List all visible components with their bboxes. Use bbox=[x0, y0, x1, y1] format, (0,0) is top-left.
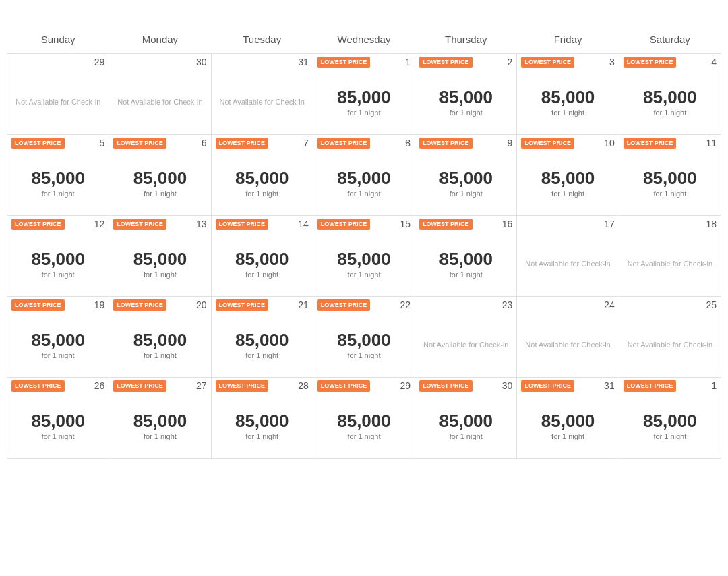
calendar-cell[interactable]: LOWEST PRICE1585,000for 1 night bbox=[313, 216, 415, 297]
day-number: 30 bbox=[193, 57, 207, 67]
calendar-week-2: LOWEST PRICE585,000for 1 nightLOWEST PRI… bbox=[7, 135, 721, 216]
weekday-header-saturday: Saturday bbox=[619, 27, 721, 54]
price-amount: 85,000 bbox=[235, 250, 289, 269]
calendar-cell[interactable]: LOWEST PRICE385,000for 1 night bbox=[517, 54, 619, 135]
lowest-price-badge: LOWEST PRICE bbox=[216, 219, 269, 230]
not-available-text: Not Available for Check-in bbox=[624, 252, 717, 276]
day-number: 1 bbox=[708, 380, 717, 391]
calendar-cell[interactable]: LOWEST PRICE3085,000for 1 night bbox=[415, 378, 517, 459]
price-sub: for 1 night bbox=[450, 109, 483, 117]
price-sub: for 1 night bbox=[245, 432, 278, 440]
day-number: 14 bbox=[295, 219, 309, 229]
calendar-cell[interactable]: LOWEST PRICE2185,000for 1 night bbox=[211, 297, 313, 378]
lowest-price-badge: LOWEST PRICE bbox=[11, 299, 65, 311]
calendar-cell[interactable]: 30Not Available for Check-in bbox=[109, 54, 211, 135]
price-amount: 85,000 bbox=[31, 169, 85, 188]
calendar-cell[interactable]: LOWEST PRICE885,000for 1 night bbox=[313, 135, 415, 216]
day-number: 30 bbox=[499, 380, 513, 391]
price-amount: 85,000 bbox=[235, 169, 289, 188]
calendar-cell[interactable]: LOWEST PRICE185,000for 1 night bbox=[619, 378, 721, 459]
lowest-price-badge: LOWEST PRICE bbox=[624, 380, 677, 392]
price-amount: 85,000 bbox=[31, 250, 85, 269]
day-number: 16 bbox=[499, 219, 513, 229]
day-number: 29 bbox=[398, 380, 411, 391]
calendar-cell[interactable]: LOWEST PRICE2285,000for 1 night bbox=[313, 297, 415, 378]
day-number: 13 bbox=[193, 219, 207, 229]
price-sub: for 1 night bbox=[42, 270, 75, 279]
price-amount: 85,000 bbox=[235, 330, 289, 350]
calendar-cell[interactable]: LOWEST PRICE585,000for 1 night bbox=[7, 135, 109, 216]
price-amount: 85,000 bbox=[541, 411, 595, 431]
next-month-button[interactable] bbox=[701, 13, 715, 20]
day-number: 6 bbox=[199, 138, 207, 148]
day-number: 20 bbox=[193, 299, 207, 310]
calendar-cell[interactable]: LOWEST PRICE1685,000for 1 night bbox=[415, 216, 517, 297]
price-sub: for 1 night bbox=[42, 432, 75, 440]
lowest-price-badge: LOWEST PRICE bbox=[624, 57, 677, 68]
calendar-cell[interactable]: 23Not Available for Check-in bbox=[415, 297, 517, 378]
calendar-cell[interactable]: LOWEST PRICE1085,000for 1 night bbox=[517, 135, 619, 216]
calendar-cell[interactable]: LOWEST PRICE1985,000for 1 night bbox=[7, 297, 109, 378]
calendar-cell[interactable]: LOWEST PRICE2685,000for 1 night bbox=[7, 378, 109, 459]
weekday-header-sunday: Sunday bbox=[7, 27, 109, 54]
calendar-cell[interactable]: LOWEST PRICE2785,000for 1 night bbox=[109, 378, 211, 459]
price-sub: for 1 night bbox=[450, 190, 483, 198]
not-available-text: Not Available for Check-in bbox=[11, 90, 104, 114]
calendar-week-5: LOWEST PRICE2685,000for 1 nightLOWEST PR… bbox=[7, 378, 721, 459]
price-sub: for 1 night bbox=[245, 351, 278, 359]
lowest-price-badge: LOWEST PRICE bbox=[317, 219, 371, 230]
day-number: 31 bbox=[601, 380, 615, 391]
calendar-cell[interactable]: 31Not Available for Check-in bbox=[211, 54, 313, 135]
day-number: 2 bbox=[505, 57, 513, 67]
not-available-text: Not Available for Check-in bbox=[216, 90, 309, 114]
price-sub: for 1 night bbox=[245, 190, 278, 198]
calendar-cell[interactable]: LOWEST PRICE185,000for 1 night bbox=[313, 54, 415, 135]
calendar-cell[interactable]: LOWEST PRICE1385,000for 1 night bbox=[109, 216, 211, 297]
calendar-cell[interactable]: LOWEST PRICE2085,000for 1 night bbox=[109, 297, 211, 378]
calendar-cell[interactable]: 17Not Available for Check-in bbox=[517, 216, 619, 297]
lowest-price-badge: LOWEST PRICE bbox=[624, 138, 677, 149]
lowest-price-badge: LOWEST PRICE bbox=[521, 138, 574, 149]
price-sub: for 1 night bbox=[348, 432, 381, 440]
lowest-price-badge: LOWEST PRICE bbox=[317, 138, 371, 149]
price-amount: 85,000 bbox=[337, 88, 391, 107]
calendar-cell[interactable]: 25Not Available for Check-in bbox=[619, 297, 721, 378]
lowest-price-badge: LOWEST PRICE bbox=[419, 57, 473, 68]
price-sub: for 1 night bbox=[450, 432, 483, 440]
price-amount: 85,000 bbox=[439, 411, 493, 431]
not-available-text: Not Available for Check-in bbox=[521, 333, 614, 357]
calendar-cell[interactable]: LOWEST PRICE285,000for 1 night bbox=[415, 54, 517, 135]
calendar-cell[interactable]: LOWEST PRICE985,000for 1 night bbox=[415, 135, 517, 216]
calendar-cell[interactable]: 24Not Available for Check-in bbox=[517, 297, 619, 378]
price-sub: for 1 night bbox=[144, 432, 177, 440]
lowest-price-badge: LOWEST PRICE bbox=[317, 57, 371, 68]
calendar-cell[interactable]: 29Not Available for Check-in bbox=[7, 54, 109, 135]
calendar-cell[interactable]: LOWEST PRICE2985,000for 1 night bbox=[313, 378, 415, 459]
day-number: 31 bbox=[295, 57, 309, 67]
calendar-cell[interactable]: LOWEST PRICE1285,000for 1 night bbox=[7, 216, 109, 297]
day-number: 17 bbox=[601, 219, 615, 229]
price-sub: for 1 night bbox=[348, 270, 381, 279]
calendar-week-1: 29Not Available for Check-in30Not Availa… bbox=[7, 54, 721, 135]
day-number: 27 bbox=[193, 380, 207, 391]
price-amount: 85,000 bbox=[439, 88, 493, 107]
calendar-cell[interactable]: LOWEST PRICE785,000for 1 night bbox=[211, 135, 313, 216]
not-available-text: Not Available for Check-in bbox=[624, 333, 717, 357]
calendar-cell[interactable]: LOWEST PRICE3185,000for 1 night bbox=[517, 378, 619, 459]
price-amount: 85,000 bbox=[439, 250, 493, 269]
calendar-cell[interactable]: LOWEST PRICE1185,000for 1 night bbox=[619, 135, 721, 216]
lowest-price-badge: LOWEST PRICE bbox=[419, 138, 473, 149]
calendar-cell[interactable]: 18Not Available for Check-in bbox=[619, 216, 721, 297]
calendar-cell[interactable]: LOWEST PRICE485,000for 1 night bbox=[619, 54, 721, 135]
calendar-cell[interactable]: LOWEST PRICE685,000for 1 night bbox=[109, 135, 211, 216]
calendar-cell[interactable]: LOWEST PRICE2885,000for 1 night bbox=[211, 378, 313, 459]
day-number: 15 bbox=[398, 219, 411, 229]
day-number: 23 bbox=[499, 299, 513, 310]
day-number: 8 bbox=[402, 138, 411, 148]
calendar-cell[interactable]: LOWEST PRICE1485,000for 1 night bbox=[211, 216, 313, 297]
weekday-header-row: SundayMondayTuesdayWednesdayThursdayFrid… bbox=[7, 27, 721, 54]
price-amount: 85,000 bbox=[133, 250, 187, 269]
day-number: 4 bbox=[708, 57, 717, 67]
lowest-price-badge: LOWEST PRICE bbox=[317, 380, 371, 392]
prev-month-button[interactable] bbox=[13, 13, 27, 20]
